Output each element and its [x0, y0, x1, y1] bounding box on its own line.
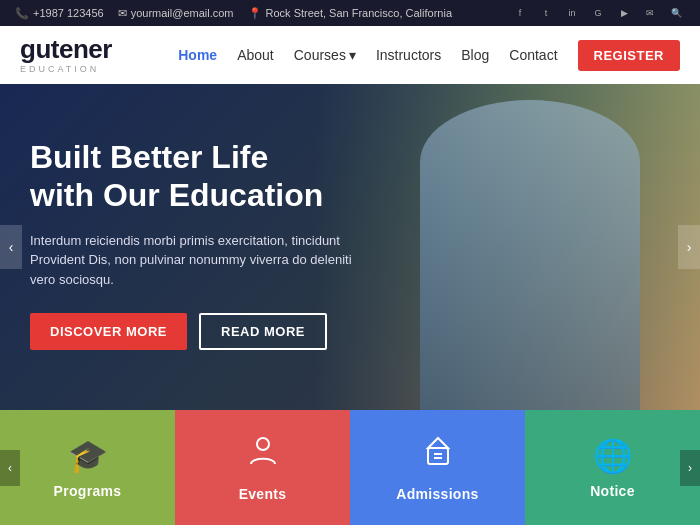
facebook-icon[interactable]: f: [511, 4, 529, 22]
twitter-icon[interactable]: t: [537, 4, 555, 22]
hero-person-silhouette: [420, 100, 640, 410]
hero-title: Built Better Lifewith Our Education: [30, 139, 400, 215]
svg-point-0: [257, 438, 269, 450]
discover-more-button[interactable]: DISCOVER MORE: [30, 313, 187, 350]
social-links: f t in G ▶ ✉ 🔍: [511, 4, 685, 22]
nav-links: Home About Courses ▾ Instructors Blog Co…: [178, 40, 680, 71]
nav-instructors[interactable]: Instructors: [376, 47, 441, 63]
card-events[interactable]: Events: [175, 410, 350, 525]
navbar: gutener EDUCATION Home About Courses ▾ I…: [0, 26, 700, 84]
top-bar-left: 📞 +1987 123456 ✉ yourmail@email.com 📍 Ro…: [15, 7, 452, 20]
card-admissions[interactable]: Admissions: [350, 410, 525, 525]
youtube-icon[interactable]: ▶: [615, 4, 633, 22]
read-more-button[interactable]: READ MORE: [199, 313, 327, 350]
admissions-icon: [420, 434, 456, 478]
email-icon: ✉: [118, 7, 127, 20]
mail-icon[interactable]: ✉: [641, 4, 659, 22]
phone-icon: 📞: [15, 7, 29, 20]
address-info: 📍 Rock Street, San Francisco, California: [248, 7, 452, 20]
card-programs[interactable]: Programs: [0, 410, 175, 525]
phone-number: +1987 123456: [33, 7, 104, 19]
programs-icon: [68, 437, 108, 475]
nav-about[interactable]: About: [237, 47, 274, 63]
location-icon: 📍: [248, 7, 262, 20]
chevron-down-icon: ▾: [349, 47, 356, 63]
events-icon: [245, 434, 281, 478]
hero-description: Interdum reiciendis morbi primis exercit…: [30, 231, 370, 290]
nav-contact[interactable]: Contact: [509, 47, 557, 63]
notice-label: Notice: [590, 483, 635, 499]
nav-home[interactable]: Home: [178, 47, 217, 63]
hero-content: Built Better Lifewith Our Education Inte…: [0, 84, 430, 350]
logo: gutener EDUCATION: [20, 36, 112, 74]
cards-next-button[interactable]: ›: [680, 450, 700, 486]
events-label: Events: [239, 486, 287, 502]
email-address: yourmail@email.com: [131, 7, 234, 19]
instagram-icon[interactable]: in: [563, 4, 581, 22]
top-bar: 📞 +1987 123456 ✉ yourmail@email.com 📍 Ro…: [0, 0, 700, 26]
search-icon[interactable]: 🔍: [667, 4, 685, 22]
programs-label: Programs: [54, 483, 122, 499]
google-icon[interactable]: G: [589, 4, 607, 22]
notice-icon: [593, 437, 633, 475]
address-text: Rock Street, San Francisco, California: [266, 7, 452, 19]
phone-info: 📞 +1987 123456: [15, 7, 104, 20]
hero-buttons: DISCOVER MORE READ MORE: [30, 313, 400, 350]
hero-section: ‹ › Built Better Lifewith Our Education …: [0, 84, 700, 410]
hero-next-button[interactable]: ›: [678, 225, 700, 269]
hero-prev-button[interactable]: ‹: [0, 225, 22, 269]
card-notice[interactable]: Notice: [525, 410, 700, 525]
cards-prev-button[interactable]: ‹: [0, 450, 20, 486]
email-info: ✉ yourmail@email.com: [118, 7, 234, 20]
logo-sub: EDUCATION: [20, 64, 112, 74]
nav-courses-label: Courses: [294, 47, 346, 63]
logo-name: gutener: [20, 36, 112, 62]
nav-courses[interactable]: Courses ▾: [294, 47, 356, 63]
register-button[interactable]: REGISTER: [578, 40, 680, 71]
svg-rect-1: [428, 448, 448, 464]
cards-section: ‹ Programs Events Admissions Notice ›: [0, 410, 700, 525]
nav-blog[interactable]: Blog: [461, 47, 489, 63]
admissions-label: Admissions: [396, 486, 478, 502]
